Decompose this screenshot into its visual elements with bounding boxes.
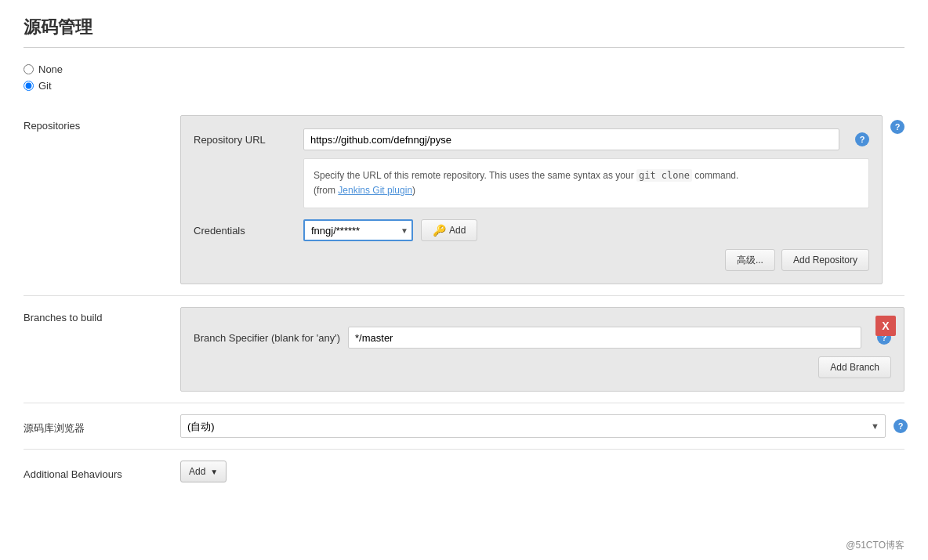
add-repository-button[interactable]: Add Repository: [781, 249, 869, 271]
repositories-help-icon[interactable]: ?: [890, 120, 904, 134]
page-title: 源码管理: [24, 16, 904, 48]
add-credentials-button[interactable]: 🔑 Add: [421, 219, 477, 241]
additional-behaviours-label: Additional Behaviours: [24, 464, 165, 480]
info-from: (from: [314, 185, 338, 196]
branch-action-buttons: Add Branch: [194, 356, 891, 378]
page-container: 源码管理 None Git Repositories Repository UR…: [0, 0, 928, 560]
browser-section: 源码库浏览器 (自动) ▼ ?: [24, 403, 904, 450]
advanced-button[interactable]: 高级...: [725, 249, 775, 271]
browser-help-icon[interactable]: ?: [894, 419, 908, 433]
radio-none-input[interactable]: [24, 64, 34, 74]
radio-git-label[interactable]: Git: [38, 80, 52, 92]
branch-specifier-label: Branch Specifier (blank for 'any'): [194, 332, 340, 344]
add-credentials-label: Add: [449, 225, 466, 236]
add-branch-button[interactable]: Add Branch: [818, 356, 891, 378]
key-icon: 🔑: [433, 224, 446, 237]
info-close: ): [412, 185, 415, 196]
repo-url-row: Repository URL ?: [194, 128, 869, 150]
branches-section: Branches to build X Branch Specifier (bl…: [24, 296, 904, 403]
browser-select[interactable]: (自动): [180, 414, 886, 438]
browser-label: 源码库浏览器: [24, 417, 165, 435]
branches-content: X Branch Specifier (blank for 'any') ? A…: [180, 307, 904, 392]
radio-none-label[interactable]: None: [38, 63, 63, 75]
repo-url-input[interactable]: [303, 128, 839, 150]
repositories-content: Repository URL ? Specify the URL of this…: [180, 115, 883, 284]
branch-specifier-input[interactable]: [348, 327, 861, 349]
credentials-row: Credentials fnngj/****** ▼ 🔑 Add: [194, 219, 869, 241]
repositories-section: Repositories Repository URL ? Specify th…: [24, 104, 904, 296]
repo-url-label: Repository URL: [194, 134, 295, 146]
info-text2: command.: [694, 170, 738, 181]
branch-specifier-row: Branch Specifier (blank for 'any') ?: [194, 327, 891, 349]
credentials-label: Credentials: [194, 225, 295, 237]
add-behaviour-chevron-icon: ▼: [210, 468, 218, 476]
add-behaviour-button[interactable]: Add ▼: [180, 461, 227, 482]
info-text: Specify the URL of this remote repositor…: [314, 170, 634, 181]
repo-info-box: Specify the URL of this remote repositor…: [303, 158, 869, 208]
credentials-select[interactable]: fnngj/******: [303, 219, 413, 241]
remove-branch-button[interactable]: X: [875, 316, 896, 336]
repo-url-help-icon[interactable]: ?: [855, 132, 869, 146]
radio-git[interactable]: Git: [24, 80, 904, 92]
repo-action-buttons: 高级... Add Repository: [194, 249, 869, 271]
browser-select-wrapper: (自动) ▼: [180, 414, 886, 438]
info-mono-git: git clone: [636, 169, 692, 182]
add-behaviour-label: Add: [189, 466, 205, 477]
branches-label: Branches to build: [24, 307, 165, 323]
additional-behaviours-section: Additional Behaviours Add ▼: [24, 450, 904, 493]
credentials-select-wrapper: fnngj/****** ▼: [303, 219, 413, 241]
radio-git-input[interactable]: [24, 81, 34, 91]
repositories-label: Repositories: [24, 115, 165, 132]
jenkins-git-plugin-link[interactable]: Jenkins Git plugin: [338, 185, 412, 196]
radio-none[interactable]: None: [24, 63, 904, 75]
watermark: @51CTO博客: [846, 539, 904, 552]
